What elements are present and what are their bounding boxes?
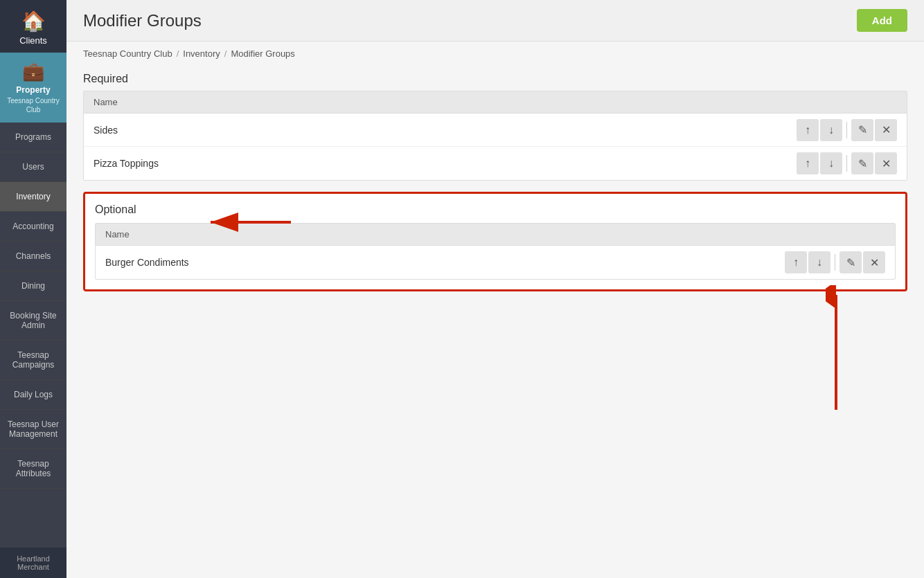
required-table: Name Sides ↑ ↓ ✎ ✕ Pizza Toppings — [83, 91, 907, 181]
row-name-sides: Sides — [94, 125, 797, 136]
row-actions-pizza-toppings: ↑ ↓ ✎ ✕ — [797, 152, 897, 174]
move-down-button[interactable]: ↓ — [808, 251, 830, 273]
row-name-pizza-toppings: Pizza Toppings — [94, 158, 797, 169]
sidebar-item-teesnap-attributes[interactable]: Teesnap Attributes — [0, 449, 66, 489]
sidebar-item-programs[interactable]: Programs — [0, 123, 66, 152]
required-table-header: Name — [84, 91, 907, 114]
edit-button[interactable]: ✎ — [851, 119, 873, 141]
breadcrumb-sep-1: / — [177, 48, 179, 59]
move-up-button[interactable]: ↑ — [785, 251, 807, 273]
briefcase-icon: 💼 — [22, 61, 44, 82]
add-button[interactable]: Add — [857, 9, 907, 32]
clients-label: Clients — [19, 35, 47, 46]
home-icon: 🏠 — [21, 10, 46, 33]
sidebar-item-accounting[interactable]: Accounting — [0, 212, 66, 242]
table-row: Burger Condiments ↑ ↓ ✎ ✕ — [96, 246, 895, 279]
sidebar-nav: Programs Users Inventory Accounting Chan… — [0, 123, 66, 548]
move-up-button[interactable]: ↑ — [797, 152, 819, 174]
sidebar-item-teesnap-user-management[interactable]: Teesnap User Management — [0, 410, 66, 449]
breadcrumb-item-teesnap[interactable]: Teesnap Country Club — [83, 48, 172, 59]
move-up-button[interactable]: ↑ — [797, 119, 819, 141]
sidebar-item-daily-logs[interactable]: Daily Logs — [0, 380, 66, 410]
optional-section-wrapper: Optional Name Burger Condiments ↑ ↓ ✎ ✕ — [83, 192, 907, 291]
remove-button[interactable]: ✕ — [863, 251, 885, 273]
required-section-title: Required — [83, 73, 907, 85]
page-content: Required Name Sides ↑ ↓ ✎ ✕ Pizza Top — [66, 66, 924, 308]
sidebar-item-teesnap-campaigns[interactable]: Teesnap Campaigns — [0, 341, 66, 380]
remove-button[interactable]: ✕ — [875, 152, 897, 174]
page-header: Modifier Groups Add — [66, 0, 924, 42]
edit-button[interactable]: ✎ — [851, 152, 873, 174]
optional-table: Name Burger Condiments ↑ ↓ ✎ ✕ — [95, 223, 896, 280]
sidebar-item-booking-site-admin[interactable]: Booking Site Admin — [0, 301, 66, 341]
action-separator — [846, 122, 847, 138]
move-down-button[interactable]: ↓ — [820, 152, 842, 174]
required-section: Required Name Sides ↑ ↓ ✎ ✕ Pizza Top — [83, 73, 907, 181]
main-content: Modifier Groups Add Teesnap Country Club… — [66, 0, 924, 578]
annotation-arrow-up — [826, 285, 846, 413]
remove-button[interactable]: ✕ — [875, 119, 897, 141]
sidebar-item-dining[interactable]: Dining — [0, 271, 66, 301]
edit-button[interactable]: ✎ — [839, 251, 862, 273]
move-down-button[interactable]: ↓ — [820, 119, 842, 141]
breadcrumb-sep-2: / — [224, 48, 227, 59]
page-title: Modifier Groups — [83, 11, 202, 30]
sidebar-clients[interactable]: 🏠 Clients — [0, 0, 66, 53]
sidebar-item-channels[interactable]: Channels — [0, 242, 66, 271]
breadcrumb: Teesnap Country Club / Inventory / Modif… — [66, 42, 924, 66]
property-label: Property — [16, 85, 50, 95]
row-name-burger-condiments: Burger Condiments — [105, 257, 785, 268]
optional-section-title: Optional — [95, 204, 896, 216]
sidebar-item-inventory[interactable]: Inventory — [0, 182, 66, 212]
action-separator — [835, 254, 835, 271]
table-row: Pizza Toppings ↑ ↓ ✎ ✕ — [84, 147, 907, 180]
optional-table-header: Name — [96, 224, 895, 246]
row-actions-sides: ↑ ↓ ✎ ✕ — [797, 119, 897, 141]
table-row: Sides ↑ ↓ ✎ ✕ — [84, 114, 907, 147]
sidebar-item-users[interactable]: Users — [0, 152, 66, 182]
sidebar-property[interactable]: 💼 Property Teesnap Country Club — [0, 53, 66, 123]
row-actions-burger-condiments: ↑ ↓ ✎ ✕ — [785, 251, 885, 273]
property-name: Teesnap Country Club — [4, 96, 62, 114]
action-separator — [846, 155, 847, 172]
sidebar: 🏠 Clients 💼 Property Teesnap Country Clu… — [0, 0, 66, 578]
breadcrumb-item-inventory[interactable]: Inventory — [183, 48, 220, 59]
sidebar-heartland-merchant[interactable]: Heartland Merchant — [0, 548, 66, 578]
breadcrumb-item-modifier-groups: Modifier Groups — [231, 48, 294, 59]
optional-section: Optional Name Burger Condiments ↑ ↓ ✎ ✕ — [83, 192, 907, 291]
